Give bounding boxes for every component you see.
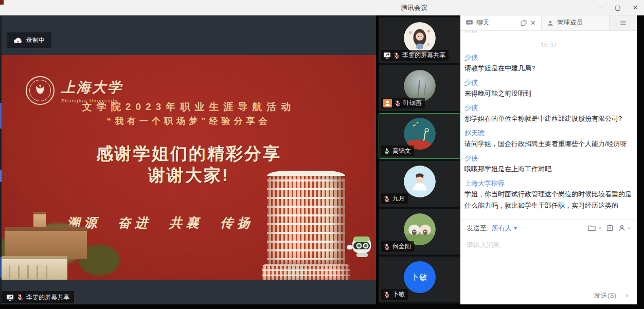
popout-icon[interactable] [520,20,527,27]
participant-tile[interactable]: 卜敏 卜敏 [379,257,460,302]
mic-muted-icon [16,294,24,301]
clipped-message: …… [464,31,633,37]
participant-tile[interactable]: 九月 [379,161,460,207]
send-to-label: 发送至: [467,224,489,233]
mic-muted-icon [393,52,400,59]
panel-menu-area [610,15,637,30]
chat-message-sender: 少侠 [464,78,633,88]
chat-message-text: 哦哦那学姐是在上海工作对吧 [464,163,633,175]
chat-panel: 聊天 ✕ 管理成员 …… 15:37 少侠请教学姐是 [460,15,637,304]
mention-member-icon[interactable] [618,224,626,232]
chevron-down-icon: ˅ [598,226,601,231]
recording-label: 录制中 [26,36,45,45]
chat-message-sender: 少侠 [464,153,633,163]
chat-message-text: 请问学姐，国企行政招聘主要看重哪些个人能力/经历呀 [464,138,633,150]
title-bar: 腾讯会议 — ▢ ✕ [0,0,644,15]
mic-active-icon [383,148,390,155]
participant-name: 高锦文 [392,147,411,155]
participant-tile[interactable]: 叶锶燕 [379,65,460,111]
slide-title-line2: “我有一个职场梦”经验分享会 [2,115,376,127]
tab-members-label: 管理成员 [557,19,583,27]
participant-name-tag: 李雯的屏幕共享 [381,50,449,61]
participant-tile[interactable]: 李雯的屏幕共享 [379,17,460,63]
background-artifact [0,0,4,5]
participant-name: 卜敏 [392,290,405,299]
participant-name: 何金阳 [392,242,411,251]
tab-chat-label: 聊天 [476,19,489,27]
chat-timestamp: 15:37 [464,42,633,49]
participant-tile[interactable]: 高锦文 [379,113,460,159]
participant-avatar [404,22,436,54]
participant-name: 李雯的屏幕共享 [402,51,445,60]
robot-mascot-icon [346,234,372,258]
participant-avatar [404,166,436,197]
library-tower-illustration [262,171,350,280]
chat-message-list[interactable]: …… 15:37 少侠请教学姐是在中建几局?少侠来得晚可能之前没听到少侠那学姐在… [460,31,637,219]
send-button[interactable]: 发送(S) [589,291,621,300]
participant-name-tag: 九月 [381,193,408,204]
participant-name-tag: 何金阳 [381,241,414,252]
tab-chat[interactable]: 聊天 ✕ [460,15,542,30]
participant-avatar [404,213,436,245]
chat-bubble-icon [466,19,473,27]
chat-input-area[interactable]: 请输入消息... 发送(S) ˅ [460,237,637,304]
member-icon [547,20,554,27]
mic-muted-icon [383,243,390,250]
chat-message-text: 学姐，你当时面试行政管理这个岗位的时候比较看重的是什么能力吗，就比如学生干部任职… [464,189,633,211]
slide-thanks-line1: 感谢学姐们的精彩分享 [2,142,376,166]
participant-avatar [404,118,436,150]
participant-name: 叶锶燕 [403,99,422,107]
old-building-illustration [2,200,112,280]
minimize-button[interactable]: — [592,0,609,15]
presentation-slide: 上海大学 Shanghai University 文学院2023年职业生涯导航活… [2,55,376,280]
window-title: 腾讯会议 [401,0,427,15]
chat-message-text: 请教学姐是在中建几局? [464,63,633,74]
folder-icon[interactable] [587,224,596,232]
send-options-chevron-icon[interactable]: ˅ [621,293,633,299]
chat-message-sender: 少侠 [464,103,633,113]
participant-avatar [404,70,436,102]
participant-name: 九月 [392,194,405,203]
mic-muted-icon [394,100,401,107]
screen-share-view[interactable]: 录制中 上海大学 Shanghai University 文学院2023年职 [2,15,376,304]
screen-share-icon [383,51,391,59]
chat-message-sender: 上海大学柳蓉 [464,178,633,189]
participant-name-tag: 叶锶燕 [381,98,425,108]
presenter-label: 李雯的屏幕共享 [2,291,74,303]
slide-title-line1: 文学院2023年职业生涯导航活动 [2,100,376,114]
chevron-down-icon: ˅ [628,226,631,231]
participant-tile[interactable]: 何金阳 [379,209,460,255]
close-chat-icon[interactable]: ✕ [530,19,536,27]
mic-muted-icon [383,195,390,203]
mic-muted-icon [383,291,390,298]
clipboard-icon[interactable] [606,224,614,232]
chat-message-text: 那学姐在的单位全称就是中建西部建设股份有限公司? [464,113,633,124]
chevron-down-icon: ▼ [513,226,518,231]
tab-members[interactable]: 管理成员 [542,15,610,30]
send-to-dropdown[interactable]: 所有人▼ [492,224,518,233]
participant-name-tag: 高锦文 [381,146,414,156]
recording-badge[interactable]: 录制中 [7,32,51,48]
cloud-recording-icon [13,37,22,44]
university-name-cn: 上海大学 [61,78,123,97]
close-button[interactable]: ✕ [627,0,644,15]
participant-avatar: 卜敏 [404,261,436,293]
presenter-name: 李雯的屏幕共享 [26,293,69,302]
maximize-button[interactable]: ▢ [609,0,627,15]
screen-share-icon [6,294,14,301]
participant-name-tag: 卜敏 [381,289,408,300]
send-bar: 发送至: 所有人▼ ˅ ˅ [460,219,637,237]
participant-strip[interactable]: 李雯的屏幕共享 叶锶燕 高锦文 九月 何金阳卜敏 卜敏 [379,15,460,304]
chat-message-sender: 少侠 [464,52,633,63]
host-badge-icon [383,99,392,107]
chat-header: 聊天 ✕ 管理成员 [460,15,637,31]
chat-message-sender: 赵天琥 [464,128,633,138]
chat-message-text: 来得晚可能之前没听到 [464,88,633,99]
chat-input-placeholder: 请输入消息... [467,241,631,250]
menu-icon[interactable] [619,19,627,27]
app-window: 腾讯会议 — ▢ ✕ 录制中 [0,0,644,309]
